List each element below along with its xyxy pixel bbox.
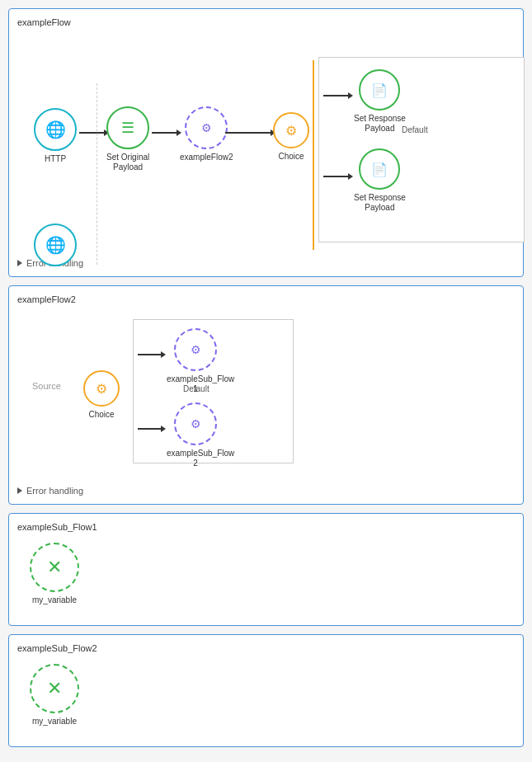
flow3-body: ✕ my_variable: [17, 539, 515, 617]
default-label2: Default: [183, 384, 210, 393]
http-error-icon: 🌐: [45, 235, 66, 255]
set-response1-icon: 📄: [371, 82, 388, 98]
set-original-circle: ☰: [106, 106, 149, 149]
flow3-variable-node[interactable]: ✕ my_variable: [30, 543, 79, 605]
flow2-choice-icon: ⚙: [96, 381, 107, 397]
flow2-branches-box: ⚙ exampleSub_Flow1 Default ⚙ exampleSub_…: [133, 319, 294, 463]
arrow-to-response1: [323, 92, 353, 99]
flow4-variable-circle: ✕: [30, 664, 79, 713]
arrow-setoriginal-subflow: [152, 129, 181, 136]
flow2-body: Source ⚙ Choice ⚙ exampleSub_Flow1: [17, 311, 515, 476]
flow3-variable-label: my_variable: [32, 595, 77, 605]
flow3-title: exampleSub_Flow1: [17, 522, 515, 532]
flow2-title: exampleFlow2: [17, 294, 515, 304]
flow2-choice-circle: ⚙: [83, 370, 120, 407]
flow4-variable-label: my_variable: [32, 717, 77, 727]
flow2-choice-label: Choice: [88, 410, 114, 420]
flow4-variable-node[interactable]: ✕ my_variable: [30, 664, 79, 727]
set-original-icon: ☰: [121, 119, 134, 137]
subflow2-circle: ⚙: [174, 402, 217, 445]
flow1-error-handling[interactable]: Error handling: [17, 255, 515, 268]
set-response2-label: Set ResponsePayload: [354, 193, 406, 213]
flow1-body: 🌐 HTTP ☰ Set OriginalPayload ⚙ example: [17, 34, 515, 248]
flow2-dashed-separator: [133, 319, 134, 463]
subflow2-icon: ⚙: [191, 417, 201, 430]
http-icon: 🌐: [45, 120, 66, 139]
flow2-container: exampleFlow2 Source ⚙ Choice ⚙ exampleSu…: [8, 285, 524, 505]
flow3-container: exampleSub_Flow1 ✕ my_variable: [8, 513, 524, 626]
subflow2-node[interactable]: ⚙ exampleSub_Flow2: [167, 402, 224, 468]
arrow-to-response2: [323, 173, 353, 180]
flow1-container: exampleFlow 🌐 HTTP ☰ Set OriginalPayload: [8, 8, 524, 277]
choice-yellow-line: [313, 60, 314, 250]
default-label1: Default: [402, 125, 428, 134]
source-label: Source: [32, 381, 61, 391]
flow2-choice-node[interactable]: ⚙ Choice: [83, 370, 120, 420]
http-error-node[interactable]: 🌐: [34, 223, 77, 266]
set-original-label: Set OriginalPayload: [106, 153, 149, 172]
set-response2-circle: 📄: [359, 148, 400, 190]
choice-branches-box: 📄 Set ResponsePayload Default 📄 Set Resp…: [318, 57, 525, 242]
subflow2-label: exampleSub_Flow2: [167, 449, 224, 468]
arrow-http-setoriginal: [79, 129, 109, 136]
choice-circle: ⚙: [273, 112, 309, 148]
choice-icon: ⚙: [285, 123, 297, 139]
set-response1-node[interactable]: 📄 Set ResponsePayload: [354, 69, 406, 134]
dashed-separator: [97, 83, 97, 265]
arrow-to-subflow2: [138, 426, 166, 432]
flow3-variable-icon: ✕: [47, 557, 62, 578]
flow2-error-handling-label: Error handling: [26, 486, 83, 496]
http-node[interactable]: 🌐 HTTP: [34, 108, 77, 164]
exampleflow2-icon: ⚙: [201, 121, 212, 134]
flow1-title: exampleFlow: [17, 17, 515, 27]
flow3-variable-circle: ✕: [30, 543, 79, 592]
set-response1-circle: 📄: [359, 69, 400, 111]
exampleflow2-circle: ⚙: [185, 106, 228, 149]
set-response2-icon: 📄: [371, 162, 388, 177]
flow4-body: ✕ my_variable: [17, 660, 515, 738]
choice-node[interactable]: ⚙ Choice: [273, 112, 309, 162]
http-node-circle: 🌐: [34, 108, 77, 151]
set-response1-label: Set ResponsePayload: [354, 114, 406, 134]
exampleflow2-label: exampleFlow2: [180, 153, 233, 162]
choice-label: Choice: [278, 152, 304, 162]
set-original-node[interactable]: ☰ Set OriginalPayload: [106, 106, 149, 172]
flow2-error-handling[interactable]: Error handling: [17, 482, 515, 496]
flow4-container: exampleSub_Flow2 ✕ my_variable: [8, 634, 524, 747]
http-error-circle: 🌐: [34, 223, 77, 266]
error-expand-icon: [17, 260, 22, 266]
set-response2-node[interactable]: 📄 Set ResponsePayload: [354, 148, 406, 213]
flow4-title: exampleSub_Flow2: [17, 643, 515, 653]
http-label: HTTP: [45, 154, 66, 164]
arrow-to-subflow1: [138, 351, 166, 358]
flow4-variable-icon: ✕: [47, 678, 62, 699]
arrow-subflow-choice: [225, 129, 275, 136]
flow2-error-expand-icon: [17, 487, 22, 494]
subflow1-icon: ⚙: [191, 343, 201, 356]
subflow1-circle: ⚙: [174, 328, 217, 371]
